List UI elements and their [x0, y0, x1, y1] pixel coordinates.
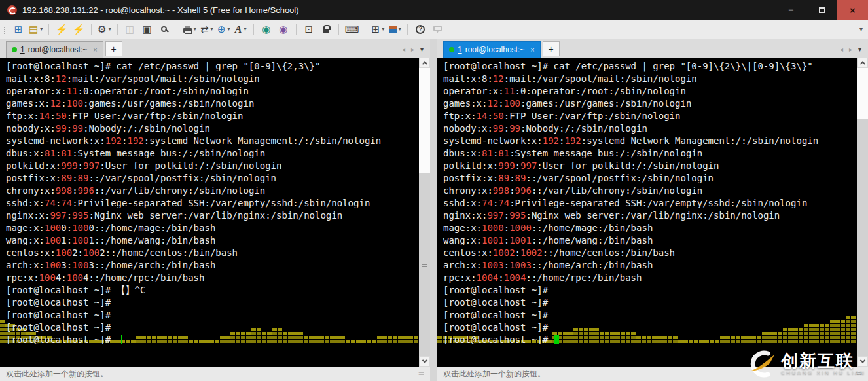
terminal-line: [root@localhost ~]# [443, 297, 868, 309]
tab-close-icon[interactable]: × [530, 46, 534, 54]
toolbar-separator [407, 24, 408, 35]
terminal-line: [root@localhost ~]# [443, 309, 868, 321]
terminal-line: ftp:x:14:50:FTP User:/var/ftp:/sbin/nolo… [6, 110, 430, 122]
quick-button-menu-icon[interactable]: ≡ [418, 369, 424, 380]
lock-screen-icon [323, 29, 329, 33]
dropdown-arrow-icon[interactable]: ▾ [227, 26, 230, 32]
dropdown-arrow-icon[interactable]: ▾ [210, 26, 213, 32]
tab-label: root@localhost:~ [465, 45, 525, 54]
new-tab-button[interactable]: + [543, 41, 560, 56]
file-transfer-icon: ⇄ [200, 24, 209, 34]
font-icon: A [235, 24, 242, 35]
tab-scroll-left-icon[interactable]: ◂ [402, 46, 405, 53]
dropdown-arrow-icon[interactable]: ▾ [244, 26, 247, 32]
toolbar-separator [296, 24, 297, 35]
toolbar-overflow-icon[interactable]: ▾ [859, 26, 863, 33]
maximize-button[interactable] [806, 0, 837, 20]
paste-button[interactable]: ▣ [139, 22, 155, 37]
fullscreen-button[interactable]: ⊡ [301, 22, 317, 37]
new-session-button[interactable]: ⊞ [10, 22, 26, 37]
feedback-icon [433, 26, 442, 31]
terminal-line: [root@localhost ~]# cat /etc/passwd | gr… [443, 60, 868, 73]
terminal-line: mage:x:1000:1000::/home/mage:/bin/bash [6, 222, 430, 234]
watermark-subtitle: CHUANG XIN HU LIAN [781, 371, 865, 376]
web-browser-button[interactable]: ⊕▾ [216, 22, 232, 37]
terminal-line: systemd-network:x:192:192:systemd Networ… [443, 135, 868, 147]
session-properties-button[interactable]: ⚙▾ [96, 22, 112, 37]
xmanager-button[interactable]: ◉ [276, 22, 291, 37]
file-transfer-button[interactable]: ⇄▾ [199, 22, 215, 37]
open-session-button[interactable]: ▤▾ [27, 22, 44, 37]
layout-button[interactable]: ▾ [387, 22, 403, 37]
tab-list-menu-icon[interactable]: ▾ [420, 46, 424, 53]
dropdown-arrow-icon[interactable]: ▾ [399, 26, 401, 32]
terminal-line: [root@localhost ~]# [443, 284, 868, 297]
new-terminal-button[interactable]: ⊞▾ [370, 22, 386, 37]
terminal-line: postfix:x:89:89::/var/spool/postfix:/sbi… [443, 172, 868, 185]
toolbar: ⊞▤▾⚡⚡⚙▾◫▣▾⇄▾⊕▾A▾◉◉⊡⌨⊞▾▾?▾ [0, 20, 868, 39]
terminal-right[interactable]: [root@localhost ~]# cat /etc/passwd | gr… [437, 58, 868, 367]
left-session-pane: 1 root@localhost:~ × + ◂ ▸ ▾ [root@local… [0, 39, 430, 381]
reconnect-button[interactable]: ⚡ [54, 22, 69, 37]
dropdown-arrow-icon[interactable]: ▾ [109, 26, 111, 32]
session-connected-dot [449, 47, 454, 52]
right-session-pane: 1 root@localhost:~ × + ◂ ▸ ▾ [root@local… [437, 39, 868, 381]
scroll-up-button[interactable] [419, 58, 430, 68]
open-session-icon: ▤ [29, 24, 38, 34]
scrollbar-thumb[interactable] [419, 173, 430, 356]
quick-button-hint[interactable]: 双击此处添加一个新的按钮。 [443, 369, 545, 380]
minimize-button[interactable]: – [776, 0, 806, 20]
pane-splitter[interactable] [430, 39, 437, 381]
terminal-line: mail:x:8:12:mail:/var/spool/mail:/sbin/n… [443, 73, 868, 85]
terminal-line: sshd:x:74:74:Privilege-separated SSH:/va… [6, 197, 430, 209]
terminal-line: dbus:x:81:81:System message bus:/:/sbin/… [6, 147, 430, 160]
xagent-icon: ◉ [262, 24, 270, 34]
new-terminal-icon: ⊞ [372, 24, 380, 34]
scrollbar-grip-icon [422, 264, 427, 265]
terminal-line: dbus:x:81:81:System message bus:/:/sbin/… [443, 147, 868, 160]
terminal-cursor [117, 335, 122, 344]
scrollbar-thumb[interactable] [857, 119, 868, 356]
session-properties-icon: ⚙ [98, 24, 106, 34]
workspace: 1 root@localhost:~ × + ◂ ▸ ▾ [root@local… [0, 39, 868, 381]
tab-scroll-right-icon[interactable]: ▸ [411, 46, 414, 53]
left-terminal-scrollbar[interactable] [419, 58, 430, 367]
terminal-line: postfix:x:89:89::/var/spool/postfix:/sbi… [6, 172, 430, 185]
tab-close-icon[interactable]: × [93, 46, 97, 54]
right-terminal-scrollbar[interactable] [857, 58, 868, 367]
toolbar-grip-handle[interactable] [4, 24, 5, 35]
font-button[interactable]: A▾ [233, 22, 249, 37]
tab-scroll-right-icon[interactable]: ▸ [849, 46, 852, 53]
dropdown-arrow-icon[interactable]: ▾ [194, 26, 196, 32]
tab-label: root@localhost:~ [28, 45, 88, 54]
scrollbar-track[interactable] [419, 68, 430, 356]
terminal-left[interactable]: [root@localhost ~]# cat /etc/passwd | gr… [0, 58, 430, 367]
scroll-up-button[interactable] [857, 58, 868, 68]
watermark-text: 创新互联 CHUANG XIN HU LIAN [781, 352, 865, 376]
lock-screen-button[interactable] [318, 22, 334, 37]
chevron-down-icon [422, 357, 427, 363]
terminal-line: chrony:x:998:996::/var/lib/chrony:/sbin/… [6, 185, 430, 197]
xagent-button[interactable]: ◉ [259, 22, 274, 37]
chuangxin-logo-icon [746, 349, 776, 379]
scrollbar-track[interactable] [857, 68, 868, 356]
dropdown-arrow-icon[interactable]: ▾ [382, 26, 384, 32]
left-tab-root-localhost[interactable]: 1 root@localhost:~ × [6, 41, 103, 58]
terminal-line: [root@localhost ~]# [443, 321, 868, 334]
print-button[interactable]: ▾ [182, 22, 198, 37]
close-button[interactable]: × [837, 0, 868, 20]
terminal-line: nginx:x:997:995:Nginx web server:/var/li… [443, 209, 868, 222]
find-button[interactable] [156, 22, 172, 37]
terminal-line: [root@localhost ~]# 【】^C [6, 284, 430, 297]
right-tab-root-localhost[interactable]: 1 root@localhost:~ × [443, 41, 541, 58]
tab-list-menu-icon[interactable]: ▾ [858, 46, 861, 53]
scroll-down-button[interactable] [419, 356, 430, 367]
new-tab-button[interactable]: + [105, 41, 122, 56]
toolbar-separator [48, 24, 49, 35]
help-button[interactable]: ? [412, 22, 428, 37]
tab-scroll-left-icon[interactable]: ◂ [840, 46, 843, 53]
quick-button-hint[interactable]: 双击此处添加一个新的按钮。 [6, 369, 108, 380]
virtual-keyboard-button[interactable]: ⌨ [344, 22, 361, 37]
dropdown-arrow-icon[interactable]: ▾ [40, 26, 43, 32]
find-icon [161, 26, 167, 32]
